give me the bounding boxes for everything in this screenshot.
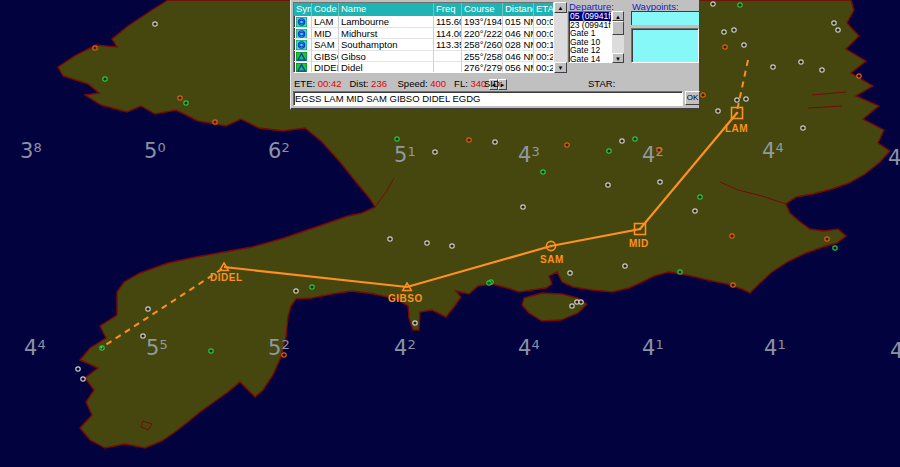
vor-dme-icon	[294, 39, 312, 51]
map-dot	[81, 377, 85, 381]
map-dot	[146, 307, 150, 311]
map-dot	[698, 195, 702, 199]
dist-value: 236	[371, 78, 387, 89]
map-dot	[388, 237, 392, 241]
map-dot	[178, 96, 182, 100]
waypoint-label-DIDEL: DIDEL	[210, 272, 243, 283]
map-dot	[93, 46, 97, 50]
departure-scrollbar[interactable]: ▲ ▼	[612, 11, 624, 63]
table-scroll-down-icon[interactable]: ▼	[554, 62, 567, 73]
map-dot	[209, 349, 213, 353]
waypoint-label-SAM: SAM	[540, 254, 564, 265]
map-dot	[153, 22, 157, 26]
ok-button[interactable]: OK	[685, 91, 700, 105]
map-dot	[103, 77, 107, 81]
map-dot	[425, 241, 429, 245]
table-row[interactable]: LAMLambourne115.600193°/194°015 NM00:02	[294, 16, 553, 28]
waypoints-input[interactable]	[631, 11, 699, 25]
map-dot	[836, 28, 840, 32]
table-row[interactable]: SAMSouthampton113.350258°/260°028 NM00:1…	[294, 39, 553, 51]
map-dot	[565, 143, 569, 147]
map-dot	[832, 21, 836, 25]
map-dot	[620, 139, 624, 143]
map-dot	[731, 283, 735, 287]
departure-listbox[interactable]: 05 (09941ft)23 (09941ft)Gate 1Gate 10Gat…	[568, 11, 612, 63]
map-dot	[799, 60, 803, 64]
sid-label: SID:	[484, 77, 502, 90]
speed-label: Speed:	[398, 78, 428, 89]
map-dot	[570, 304, 574, 308]
departure-scroll-thumb[interactable]	[612, 21, 624, 35]
map-dot	[493, 140, 497, 144]
map-dot	[433, 150, 437, 154]
map-dot	[467, 138, 471, 142]
map-dot	[541, 170, 545, 174]
intersection-icon	[294, 51, 312, 63]
map-dot	[771, 65, 775, 69]
map-dot	[738, 3, 742, 7]
map-dot	[735, 98, 739, 102]
map-dot	[730, 234, 734, 238]
table-row[interactable]: DIDELDidel276°/279°056 NM00:28	[294, 62, 553, 73]
map-dot	[833, 246, 837, 250]
map-dot	[744, 97, 748, 101]
table-scroll-up-icon[interactable]: ▲	[554, 2, 567, 13]
map-dot	[623, 264, 627, 268]
star-label: STAR:	[588, 77, 615, 90]
map-dot	[294, 289, 298, 293]
map-dot	[678, 270, 682, 274]
route-string-input[interactable]	[293, 91, 683, 106]
map-dot	[801, 126, 805, 130]
map-dot	[450, 244, 454, 248]
map-dot	[716, 109, 720, 113]
map-dot	[633, 137, 637, 141]
map-dot	[282, 353, 286, 357]
ete-value: 00:42	[318, 78, 342, 89]
map-dot	[487, 281, 491, 285]
col-course: Course	[462, 3, 503, 16]
waypoint-label-LAM: LAM	[725, 123, 748, 134]
dist-label: Dist:	[349, 78, 368, 89]
col-eta: ETA	[534, 3, 554, 16]
flight-plan-table[interactable]: SymCodeNameFreqCourseDistanceETALAMLambo…	[293, 2, 554, 73]
intersection-icon	[294, 62, 312, 73]
departure-scroll-up-icon[interactable]: ▲	[612, 11, 624, 21]
table-scrollbar[interactable]: ▲ ▼	[554, 2, 567, 73]
map-dot	[820, 68, 824, 72]
map-dot	[213, 120, 217, 124]
col-distance: Distance	[503, 3, 534, 16]
fl-label: FL:	[454, 78, 468, 89]
vor-dme-icon	[294, 28, 312, 40]
map-dot	[711, 2, 715, 6]
map-dot	[606, 183, 610, 187]
departure-scroll-down-icon[interactable]: ▼	[612, 53, 624, 63]
map-dot	[579, 300, 583, 304]
map-dot	[76, 367, 80, 371]
departure-item[interactable]: Gate 14	[569, 55, 611, 63]
waypoint-label-MID: MID	[629, 238, 649, 249]
vor-dme-icon	[294, 16, 312, 28]
map-dot	[607, 149, 611, 153]
table-row[interactable]: GIBSOGibso255°/258°046 NM00:20	[294, 51, 553, 63]
waypoints-listbox[interactable]	[631, 28, 699, 63]
col-code: Code	[312, 3, 339, 16]
table-row[interactable]: MIDMidhurst114.000220°/222°046 NM00:09	[294, 28, 553, 40]
map-dot	[857, 74, 861, 78]
speed-value: 400	[430, 78, 446, 89]
map-dot	[701, 93, 705, 97]
col-freq: Freq	[434, 3, 462, 16]
col-name: Name	[339, 3, 434, 16]
map-dot	[825, 237, 829, 241]
map-dot	[568, 271, 572, 275]
map-dot	[742, 43, 746, 47]
grid-mora-label: 4	[890, 339, 900, 363]
status-bar: ETE: 00:42 Dist: 236 Speed: 400 FL: 340 …	[294, 77, 698, 90]
grid-mora-label: 4	[888, 146, 900, 170]
map-dot	[658, 180, 662, 184]
table-header: SymCodeNameFreqCourseDistanceETA	[294, 3, 553, 16]
map-dot	[723, 45, 727, 49]
app-window: 385062514342444445552424441414LAMMIDSAMG…	[0, 0, 900, 467]
map-dot	[310, 285, 314, 289]
waypoint-label-GIBSO: GIBSO	[388, 293, 423, 304]
map-dot	[657, 148, 661, 152]
